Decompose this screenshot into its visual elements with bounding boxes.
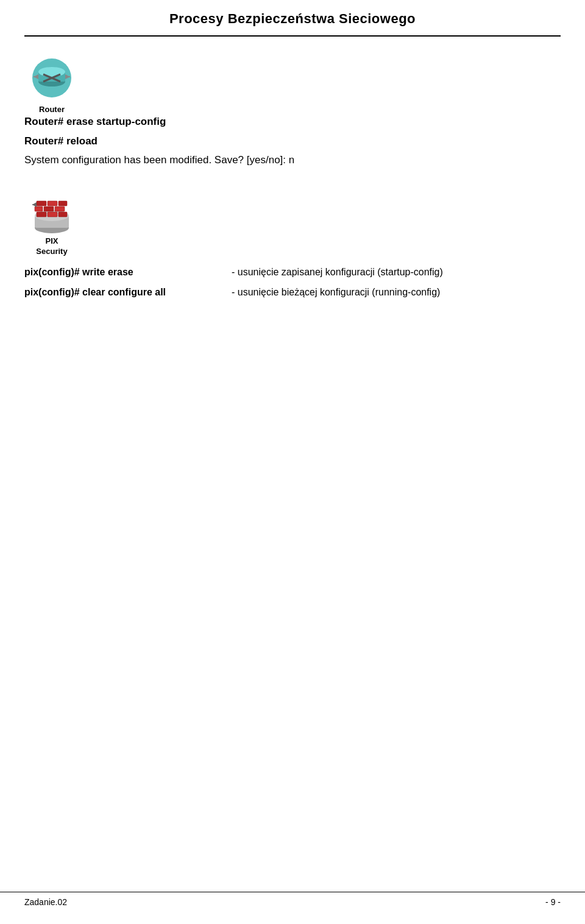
svg-rect-14 bbox=[48, 201, 57, 206]
footer-right: - 9 - bbox=[545, 897, 561, 907]
pix-desc-1: - usunięcie zapisanej konfiguracji (star… bbox=[232, 262, 561, 283]
footer-left: Zadanie.02 bbox=[24, 897, 67, 907]
pix-security-icon bbox=[29, 192, 75, 235]
pix-icon-label-line2: Security bbox=[36, 247, 67, 256]
svg-rect-19 bbox=[37, 212, 46, 217]
svg-point-3 bbox=[38, 67, 65, 77]
svg-rect-16 bbox=[35, 206, 43, 211]
router-command-2: Router# reload bbox=[24, 133, 561, 149]
svg-rect-21 bbox=[58, 212, 67, 217]
router-icon bbox=[27, 55, 76, 104]
pix-icon-label-line1: PIX bbox=[46, 236, 58, 245]
pix-section: PIX Security pix(config)# write erase - … bbox=[24, 192, 561, 303]
pix-desc-2: - usunięcie bieżącej konfiguracji (runni… bbox=[232, 282, 561, 303]
router-icon-wrapper: Router bbox=[24, 55, 79, 114]
pix-icon-wrapper: PIX Security bbox=[24, 192, 79, 256]
router-command-3: System configuration has been modified. … bbox=[24, 152, 561, 168]
page-container: Procesy Bezpieczeństwa Sieciowego bbox=[0, 0, 585, 924]
page-header: Procesy Bezpieczeństwa Sieciowego bbox=[24, 0, 561, 37]
svg-rect-18 bbox=[55, 206, 65, 211]
router-section: Router Router# erase startup-config Rout… bbox=[24, 55, 561, 168]
page-footer: Zadanie.02 - 9 - bbox=[0, 892, 585, 912]
table-row: pix(config)# write erase - usunięcie zap… bbox=[24, 262, 561, 283]
svg-rect-17 bbox=[44, 206, 54, 211]
router-command-1: Router# erase startup-config bbox=[24, 114, 561, 130]
svg-rect-15 bbox=[58, 201, 67, 206]
router-icon-label: Router bbox=[39, 105, 65, 114]
table-row: pix(config)# clear configure all - usuni… bbox=[24, 282, 561, 303]
svg-rect-20 bbox=[48, 212, 57, 217]
pix-command-1: pix(config)# write erase bbox=[24, 262, 232, 283]
pix-commands-table: pix(config)# write erase - usunięcie zap… bbox=[24, 262, 561, 303]
svg-rect-13 bbox=[37, 201, 46, 206]
pix-command-2: pix(config)# clear configure all bbox=[24, 282, 232, 303]
page-title: Procesy Bezpieczeństwa Sieciowego bbox=[24, 11, 561, 27]
